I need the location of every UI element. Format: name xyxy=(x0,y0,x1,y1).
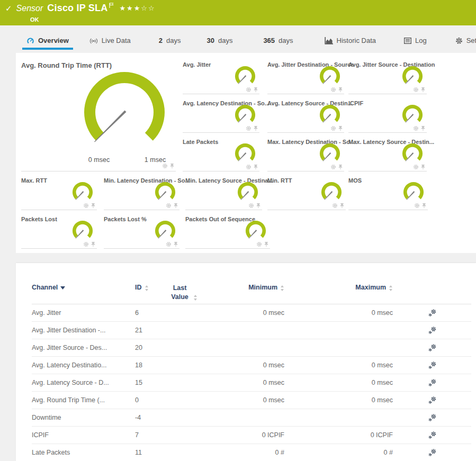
gear-icon[interactable] xyxy=(413,87,419,93)
channel-name: Avg. Jitter Destination -... xyxy=(32,327,135,334)
pin-icon[interactable] xyxy=(420,125,426,131)
gear-icon[interactable] xyxy=(166,241,172,247)
gear-icon[interactable] xyxy=(414,203,420,209)
sort-icon xyxy=(280,285,284,291)
col-header-minimum[interactable]: Minimum xyxy=(206,279,310,291)
col-header-id[interactable]: ID xyxy=(135,279,159,291)
gear-icon[interactable] xyxy=(256,241,262,247)
gear-icon[interactable] xyxy=(246,125,252,131)
channel-id: 0 xyxy=(135,396,159,404)
pin-icon[interactable] xyxy=(253,125,258,131)
gear-icon[interactable] xyxy=(83,203,89,209)
table-row[interactable]: Late Packets110 #0 # xyxy=(32,444,471,461)
table-row[interactable]: Avg. Jitter60 msec0 msec xyxy=(32,304,471,322)
flag-icon[interactable] xyxy=(109,1,114,10)
pin-icon[interactable] xyxy=(264,241,269,247)
gear-icon[interactable] xyxy=(162,163,168,169)
col-header-channel[interactable]: Channel xyxy=(32,279,135,291)
table-row[interactable]: Avg. Latency Destinatio...180 msec0 msec xyxy=(32,357,471,374)
sensor-header: ✓ Sensor Cisco IP SLA ★★★☆☆ OK xyxy=(0,0,476,25)
tab-overview[interactable]: Overview xyxy=(22,33,73,50)
table-row[interactable]: Avg. Jitter Source - Des...20 xyxy=(32,339,471,357)
pin-icon[interactable] xyxy=(253,87,258,93)
gear-icon[interactable] xyxy=(413,164,419,170)
gear-icon[interactable] xyxy=(413,125,419,131)
table-row[interactable]: Avg. Jitter Destination -...21 xyxy=(32,322,471,339)
gauge-max-label: 1 msec xyxy=(139,156,172,164)
channel-settings-gears-icon[interactable] xyxy=(413,431,455,439)
gauge-cell: Min. Latency Source - Destina... xyxy=(185,175,262,210)
pin-icon[interactable] xyxy=(253,164,258,170)
pin-icon[interactable] xyxy=(169,163,175,169)
tab-live-data[interactable]: Live Data xyxy=(85,33,135,50)
gauge-cell: ICPIF xyxy=(348,98,427,133)
channel-maximum: 0 msec xyxy=(310,361,413,369)
tab-label: days xyxy=(279,37,293,44)
pin-icon[interactable] xyxy=(91,203,96,209)
channel-minimum: 0 msec xyxy=(206,396,310,404)
tab-days[interactable]: 2days xyxy=(155,33,185,50)
channel-settings-gears-icon[interactable] xyxy=(413,344,455,352)
tab-label: Overview xyxy=(38,37,69,44)
table-row[interactable]: ICPIF70 ICPIF0 ICPIF xyxy=(32,427,471,444)
gauge-icon xyxy=(26,37,34,45)
gear-icon[interactable] xyxy=(248,203,254,209)
channel-maximum: 0 msec xyxy=(310,396,413,404)
channel-settings-gears-icon[interactable] xyxy=(413,396,455,404)
channel-settings-gears-icon[interactable] xyxy=(413,326,455,335)
channel-table: Avg. Jitter60 msec0 msecAvg. Jitter Dest… xyxy=(32,304,476,461)
table-row[interactable]: Downtime-4 xyxy=(32,409,471,427)
tab-bar: OverviewLive Data2days30days365daysHisto… xyxy=(0,25,476,50)
channel-id: 7 xyxy=(135,431,159,439)
pin-icon[interactable] xyxy=(256,203,261,209)
pin-icon[interactable] xyxy=(420,87,426,93)
gauge-cell: Max. Latency Destination - So... xyxy=(267,137,344,171)
tab-days[interactable]: 365days xyxy=(259,33,297,50)
gauge-cell: Avg. Jitter Destination - Source xyxy=(267,59,344,94)
table-row[interactable]: Avg. Round Trip Time (...00 msec0 msec xyxy=(32,392,471,409)
tab-label: days xyxy=(218,37,232,44)
gear-icon[interactable] xyxy=(246,87,252,93)
channel-settings-gears-icon[interactable] xyxy=(413,448,455,457)
gear-icon[interactable] xyxy=(83,241,89,247)
channel-minimum: 0 # xyxy=(206,449,310,456)
gauge-cell: Max. RTT xyxy=(21,175,97,210)
channel-settings-gears-icon[interactable] xyxy=(413,413,455,422)
gear-icon[interactable] xyxy=(330,164,336,170)
gear-icon[interactable] xyxy=(330,125,336,131)
gear-icon[interactable] xyxy=(166,203,172,209)
channel-settings-gears-icon[interactable] xyxy=(413,309,455,317)
tab-log[interactable]: Log xyxy=(400,33,431,50)
channel-settings-gears-icon[interactable] xyxy=(413,361,455,369)
pin-icon[interactable] xyxy=(338,164,343,170)
pin-icon[interactable] xyxy=(338,125,343,131)
gauge-cell: Late Packets xyxy=(183,137,259,171)
col-header-last-value[interactable]: Last Value xyxy=(159,279,206,302)
priority-stars[interactable]: ★★★☆☆ xyxy=(119,4,155,12)
gauge-cell: MOS xyxy=(348,175,428,210)
gauge-arc[interactable] xyxy=(79,69,170,151)
col-header-maximum[interactable]: Maximum xyxy=(310,279,413,291)
pin-icon[interactable] xyxy=(338,87,343,93)
channel-id: 15 xyxy=(135,379,159,386)
channel-minimum: 0 msec xyxy=(206,361,310,369)
channel-settings-gears-icon[interactable] xyxy=(413,378,455,387)
sensor-name: Cisco IP SLA xyxy=(47,3,107,14)
pin-icon[interactable] xyxy=(421,203,427,209)
pin-icon[interactable] xyxy=(339,203,345,209)
tab-historic-data[interactable]: Historic Data xyxy=(320,33,380,50)
tab-settings[interactable]: Settings xyxy=(451,33,476,50)
channel-minimum: 0 ICPIF xyxy=(206,431,310,439)
table-row[interactable]: Avg. Latency Source - D...150 msec0 msec xyxy=(32,374,471,392)
overview-panel: Avg. Round Trip Time (RTT) 0 msec 1 msec… xyxy=(16,53,476,253)
tab-days[interactable]: 30days xyxy=(202,33,237,50)
gear-icon[interactable] xyxy=(246,164,252,170)
gear-icon[interactable] xyxy=(330,87,336,93)
pin-icon[interactable] xyxy=(173,203,178,209)
status-check-icon: ✓ xyxy=(5,4,12,13)
gear-icon[interactable] xyxy=(332,203,338,209)
pin-icon[interactable] xyxy=(173,241,178,247)
tab-label: days xyxy=(166,37,181,44)
pin-icon[interactable] xyxy=(91,241,96,247)
pin-icon[interactable] xyxy=(420,164,426,170)
